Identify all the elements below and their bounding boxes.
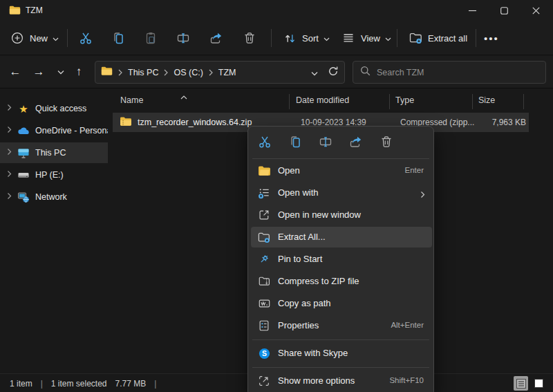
chevron-right-icon[interactable] xyxy=(7,148,12,158)
extract-all-icon xyxy=(408,30,423,46)
zip-folder-icon xyxy=(120,116,132,129)
sort-icon xyxy=(282,30,297,46)
sidebar-item-label: Quick access xyxy=(35,104,86,113)
share-icon[interactable] xyxy=(348,133,364,150)
ellipsis-icon: ••• xyxy=(484,32,499,44)
menu-item-show-more-options[interactable]: Show more options Shift+F10 xyxy=(248,370,435,392)
properties-icon xyxy=(257,319,271,333)
cut-icon xyxy=(78,30,93,46)
refresh-icon[interactable] xyxy=(328,66,339,80)
search-box[interactable] xyxy=(353,61,546,84)
sidebar-item-onedrive[interactable]: OneDrive - Persona xyxy=(0,120,108,141)
close-button[interactable] xyxy=(520,0,552,21)
copy-button[interactable] xyxy=(111,21,126,55)
column-separator[interactable] xyxy=(472,94,473,109)
menu-item-pin-to-start[interactable]: Pin to Start xyxy=(248,248,435,270)
menu-item-label: Properties xyxy=(278,320,319,330)
toolbar-separator xyxy=(67,29,68,47)
view-button[interactable]: View xyxy=(341,21,391,55)
minimize-button[interactable] xyxy=(456,0,488,21)
up-button[interactable]: ↑ xyxy=(69,62,88,82)
rename-icon[interactable] xyxy=(317,133,334,150)
extract-all-button-label: Extract all xyxy=(428,33,467,44)
breadcrumb-this-pc[interactable]: This PC xyxy=(128,68,158,77)
chevron-right-icon[interactable] xyxy=(7,192,12,202)
copy-icon[interactable] xyxy=(287,133,303,150)
rename-button[interactable] xyxy=(176,21,191,55)
column-separator[interactable] xyxy=(389,94,390,109)
menu-item-share-with-skype[interactable]: S Share with Skype xyxy=(248,342,435,364)
menu-item-shortcut: Shift+F10 xyxy=(389,376,424,384)
menu-item-open-in-new-window[interactable]: Open in new window xyxy=(248,204,435,226)
extract-all-button[interactable]: Extract all xyxy=(408,21,467,55)
thumbnail-view-button[interactable] xyxy=(532,376,546,391)
forward-button[interactable]: → xyxy=(29,62,48,82)
sidebar-item-network[interactable]: Network xyxy=(0,187,108,207)
selection-count: 1 item selected xyxy=(51,379,107,389)
chevron-right-icon xyxy=(118,66,122,79)
sort-button[interactable]: Sort xyxy=(282,21,330,55)
chevron-right-icon[interactable] xyxy=(7,126,12,136)
menu-item-extract-all[interactable]: Extract All... xyxy=(248,226,435,248)
menu-item-open[interactable]: Open Enter xyxy=(248,160,435,182)
compress-zip-icon xyxy=(257,274,271,288)
toolbar-separator xyxy=(476,29,476,47)
menu-item-compress-to-zip[interactable]: Compress to ZIP file xyxy=(248,270,435,292)
menu-separator xyxy=(252,158,429,159)
menu-separator xyxy=(252,367,429,368)
new-button[interactable]: New xyxy=(10,21,59,55)
chevron-right-icon[interactable] xyxy=(7,170,12,180)
open-with-icon xyxy=(257,186,271,200)
menu-item-shortcut: Enter xyxy=(405,166,424,174)
search-input[interactable] xyxy=(377,68,522,77)
menu-item-properties[interactable]: Properties Alt+Enter xyxy=(248,315,435,337)
menu-separator xyxy=(252,339,429,340)
paste-icon xyxy=(143,30,158,46)
thumbnail-view-icon xyxy=(534,379,543,388)
sidebar-item-hp-e[interactable]: HP (E:) xyxy=(0,165,108,185)
share-button[interactable] xyxy=(209,21,224,55)
paste-button[interactable] xyxy=(143,21,158,55)
address-dropdown-chevron-icon[interactable] xyxy=(311,66,318,79)
cut-icon[interactable] xyxy=(256,133,273,150)
sidebar-item-quick-access[interactable]: ★ Quick access xyxy=(0,98,108,119)
back-button[interactable]: ← xyxy=(6,62,25,82)
skype-icon: S xyxy=(257,346,271,360)
file-explorer-window: TZM New xyxy=(0,0,553,392)
delete-button[interactable] xyxy=(242,21,257,55)
folder-icon xyxy=(9,5,21,18)
copy-as-path-icon xyxy=(257,297,271,310)
menu-item-label: Open in new window xyxy=(278,209,361,220)
column-separator[interactable] xyxy=(289,94,290,109)
address-bar[interactable]: This PC OS (C:) TZM xyxy=(95,61,345,84)
menu-item-shortcut: Alt+Enter xyxy=(391,321,424,329)
breadcrumb-os-c[interactable]: OS (C:) xyxy=(174,68,203,77)
chevron-right-icon[interactable] xyxy=(7,104,12,113)
column-separator[interactable] xyxy=(523,94,524,109)
column-header-name[interactable]: Name xyxy=(120,95,143,105)
menu-item-label: Open xyxy=(278,165,300,176)
network-icon xyxy=(17,191,30,203)
details-view-button[interactable] xyxy=(514,376,528,391)
breadcrumb-tzm[interactable]: TZM xyxy=(218,68,236,77)
file-name-cell: tzm_recorder_windows.64.zip xyxy=(120,116,252,129)
menu-item-copy-as-path[interactable]: Copy as path xyxy=(248,292,435,315)
file-name-text: tzm_recorder_windows.64.zip xyxy=(138,118,252,127)
command-bar: New xyxy=(0,21,553,55)
status-divider: | xyxy=(41,379,43,389)
cut-button[interactable] xyxy=(78,21,93,55)
see-more-button[interactable]: ••• xyxy=(484,21,499,55)
recent-locations-button[interactable] xyxy=(51,62,71,82)
new-button-label: New xyxy=(30,33,48,44)
menu-item-open-with[interactable]: Open with xyxy=(248,182,435,204)
column-header-size[interactable]: Size xyxy=(478,95,495,105)
sidebar-item-this-pc[interactable]: This PC xyxy=(0,142,108,163)
view-button-label: View xyxy=(361,33,380,44)
file-size-cell: 7,963 KB xyxy=(431,118,526,127)
window-title: TZM xyxy=(26,6,43,15)
column-header-date-modified[interactable]: Date modified xyxy=(296,95,349,105)
chevron-right-icon xyxy=(209,66,213,79)
column-header-type[interactable]: Type xyxy=(395,95,414,105)
trash-icon[interactable] xyxy=(378,133,395,150)
maximize-button[interactable] xyxy=(488,0,520,21)
